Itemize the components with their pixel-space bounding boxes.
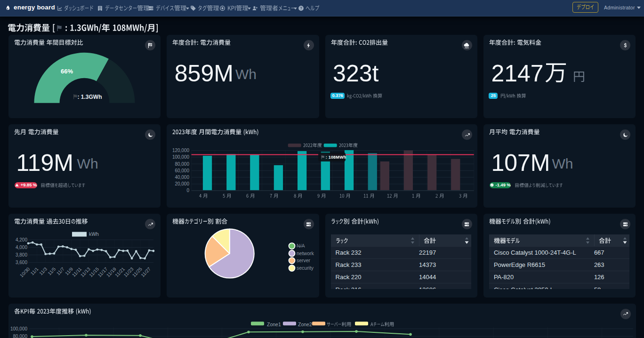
svg-text:0: 0 bbox=[187, 188, 190, 193]
svg-text:3,800: 3,800 bbox=[16, 252, 27, 258]
svg-text:11/27: 11/27 bbox=[140, 266, 152, 278]
svg-text:80,000: 80,000 bbox=[13, 333, 27, 338]
svg-text:80,000: 80,000 bbox=[175, 161, 190, 167]
svg-text:11/7: 11/7 bbox=[56, 266, 65, 276]
svg-text:network: network bbox=[297, 251, 314, 256]
svg-text:20,000: 20,000 bbox=[175, 181, 190, 186]
svg-text:11/5: 11/5 bbox=[47, 266, 56, 276]
svg-text:kWh: kWh bbox=[89, 232, 99, 237]
svg-text:4,200: 4,200 bbox=[16, 237, 27, 242]
svg-text:11/3: 11/3 bbox=[38, 266, 48, 276]
svg-text:3,600: 3,600 bbox=[16, 260, 27, 265]
svg-text:11/1: 11/1 bbox=[30, 266, 40, 276]
svg-text:N/A: N/A bbox=[297, 243, 305, 249]
svg-text:security: security bbox=[297, 266, 314, 271]
svg-text:120,000: 120,000 bbox=[172, 148, 190, 153]
svg-text:60,000: 60,000 bbox=[175, 168, 190, 173]
svg-text:Zone2: Zone2 bbox=[298, 322, 312, 327]
svg-text:server: server bbox=[297, 258, 311, 263]
svg-text:10/30: 10/30 bbox=[19, 266, 31, 279]
svg-text:40,000: 40,000 bbox=[175, 175, 190, 180]
svg-text:100,000: 100,000 bbox=[10, 326, 28, 331]
svg-text:4,000: 4,000 bbox=[16, 245, 27, 250]
svg-text:100,000: 100,000 bbox=[172, 154, 190, 160]
svg-text:Zone1: Zone1 bbox=[267, 322, 281, 327]
